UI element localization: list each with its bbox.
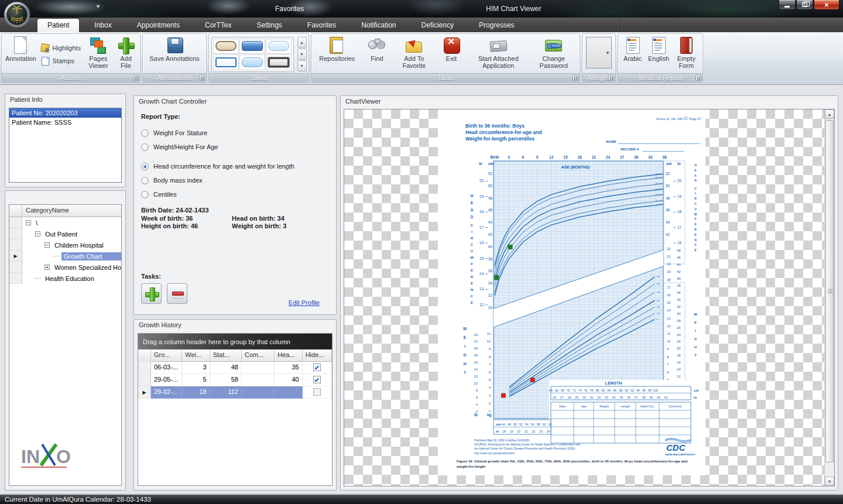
report-type-option[interactable]: Body mass index [141, 173, 329, 187]
svg-text:Length: Length [621, 404, 630, 408]
patient-info-item[interactable]: Patient No: 202020203 [9, 108, 121, 118]
tab-deficiency[interactable]: Deficiency [412, 19, 464, 32]
collapse-node-icon[interactable]: − [44, 242, 50, 248]
annotations-dialog-launcher-icon[interactable] [199, 75, 205, 81]
radio-selected-icon[interactable] [141, 163, 149, 170]
tree-node--[interactable]: −\ [9, 217, 121, 228]
tree-node-growth-chart[interactable]: ▶Growth Chart [9, 251, 121, 262]
scroll-down-button[interactable]: ▼ [825, 476, 834, 486]
minimize-button[interactable] [779, 0, 796, 10]
svg-text:52: 52 [519, 423, 523, 426]
column-header-wei[interactable]: Wei... [182, 349, 210, 362]
hide-checkbox-unchecked[interactable] [313, 388, 321, 396]
svg-text:Birth: Birth [490, 155, 499, 159]
start-attached-application-button[interactable]: Start Attached Application [471, 35, 525, 73]
hide-checkbox-checked[interactable]: ✔ [313, 364, 321, 371]
collapse-node-icon[interactable]: − [26, 220, 31, 225]
svg-text:24: 24 [474, 333, 478, 337]
allergies-dropdown[interactable]: ▼ [586, 37, 612, 68]
table-row[interactable]: ▶29-02-...18112 [138, 386, 332, 399]
column-header-gro[interactable]: Gro... [151, 349, 182, 362]
skin-dark[interactable] [266, 54, 292, 70]
english-report-button[interactable]: English [646, 35, 671, 73]
tree-node-women-specialized-hos-[interactable]: +Women Specialized Hos... [9, 262, 121, 273]
column-header-hide[interactable]: Hide... [303, 349, 332, 362]
radio-icon[interactable] [141, 143, 149, 151]
add-file-button[interactable]: Add File [114, 35, 138, 73]
skin-caramel[interactable] [213, 39, 239, 54]
tab-corttex[interactable]: CorTTex [195, 19, 241, 32]
expand-node-icon[interactable]: + [44, 265, 50, 270]
tab-settings[interactable]: Settings [246, 19, 292, 32]
skin-white-blue[interactable] [213, 54, 239, 70]
tab-progresses[interactable]: Progresses [469, 19, 525, 32]
arabic-report-button[interactable]: Arabic [621, 35, 645, 73]
tab-notification[interactable]: Notification [351, 19, 406, 32]
change-password-button[interactable]: Change Password [534, 35, 574, 73]
chart-vertical-scrollbar[interactable]: ▲ ▼ [824, 109, 834, 486]
table-row[interactable]: 06-03-...34835✔ [138, 362, 332, 374]
skin-sky[interactable] [239, 54, 265, 70]
report-type-option[interactable]: Head circumference for age and weight fo… [141, 159, 329, 173]
actions-dialog-launcher-icon[interactable] [133, 75, 139, 81]
edit-profile-link[interactable]: Edit Profile [289, 299, 320, 306]
medical-report-dialog-launcher-icon[interactable] [695, 75, 701, 81]
svg-text:20: 20 [677, 347, 681, 350]
radio-icon[interactable] [141, 191, 149, 198]
head-on-birth-value: Head on birth: 34 [232, 215, 285, 223]
patient-info-item[interactable]: Patient Name: SSSS [9, 118, 121, 127]
tree-node-health-education[interactable]: Health Education [9, 273, 121, 284]
find-button[interactable]: Find [365, 35, 389, 73]
save-annotations-button[interactable]: Save Annotations [148, 35, 201, 73]
repositories-button[interactable]: Repositories [317, 35, 357, 73]
report-type-option[interactable]: Weight/Height For Age [141, 140, 329, 154]
restore-button[interactable] [796, 0, 813, 10]
svg-text:22: 22 [532, 430, 536, 433]
scroll-up-button[interactable]: ▲ [825, 109, 834, 119]
highlights-button[interactable]: Highlights [40, 43, 81, 53]
quick-access-dropdown-icon[interactable]: ▼ [95, 4, 101, 9]
radio-icon[interactable] [141, 177, 149, 184]
empty-form-button[interactable]: Empty Form [673, 35, 700, 73]
group-by-drop-area[interactable]: Drag a column header here to group by th… [138, 334, 332, 349]
scrollbar-thumb[interactable] [825, 120, 834, 462]
allergies-dialog-launcher-icon[interactable] [608, 75, 614, 81]
tab-patient[interactable]: Patient [37, 19, 79, 32]
skins-more-button[interactable]: ▼ [297, 60, 307, 71]
hide-checkbox-checked[interactable]: ✔ [313, 376, 321, 383]
exit-button[interactable]: Exit [440, 35, 463, 73]
column-header-stat[interactable]: Stat... [210, 349, 242, 362]
remove-measurement-button[interactable] [167, 283, 187, 304]
radio-icon[interactable] [141, 129, 149, 137]
skins-scroll-down-button[interactable]: ▼ [297, 49, 307, 60]
report-type-option[interactable]: Weight For Stature [141, 126, 329, 140]
stamps-button[interactable]: Stamps [40, 56, 81, 66]
app-logo-button[interactable] [4, 1, 30, 28]
growth-history-header-row: Gro...Wei...Stat...Com...Hea...Hide... [138, 349, 332, 362]
report-type-option[interactable]: Centiles [141, 187, 329, 201]
add-to-favorite-button[interactable]: Add To Favorite [397, 35, 431, 73]
pages-viewer-button[interactable]: Pages Viewer [83, 35, 114, 73]
skin-light-blue[interactable] [266, 39, 292, 54]
svg-text:44: 44 [666, 220, 670, 224]
tree-node-childern-hospital[interactable]: −Childern Hospital [9, 239, 121, 251]
category-column-header[interactable]: CategoryName [22, 205, 121, 217]
skin-blue[interactable] [239, 39, 265, 54]
tree-node-out-patient[interactable]: −Out Patient [9, 228, 121, 239]
ribbon-group-allergies: ▼ Allergies [582, 33, 616, 83]
close-button[interactable]: ✕ [814, 0, 839, 10]
tasks-dialog-launcher-icon[interactable] [573, 75, 578, 81]
tab-favorites[interactable]: Favorites [297, 19, 346, 32]
column-header-hea[interactable]: Hea... [275, 349, 302, 362]
tab-appointments[interactable]: Appointments [127, 19, 190, 32]
column-header-com[interactable]: Com... [242, 349, 275, 362]
annotation-button[interactable]: Annotation [4, 35, 38, 73]
tab-inbox[interactable]: Inbox [84, 19, 121, 32]
svg-text:18: 18 [577, 155, 582, 159]
collapse-node-icon[interactable]: − [35, 231, 40, 236]
add-measurement-button[interactable] [141, 283, 162, 304]
svg-text:19: 19 [510, 430, 513, 433]
table-row[interactable]: 29-05-...55840✔ [138, 374, 332, 386]
row-indicator [138, 374, 151, 386]
skins-scroll-up-button[interactable]: ▲ [297, 37, 307, 48]
